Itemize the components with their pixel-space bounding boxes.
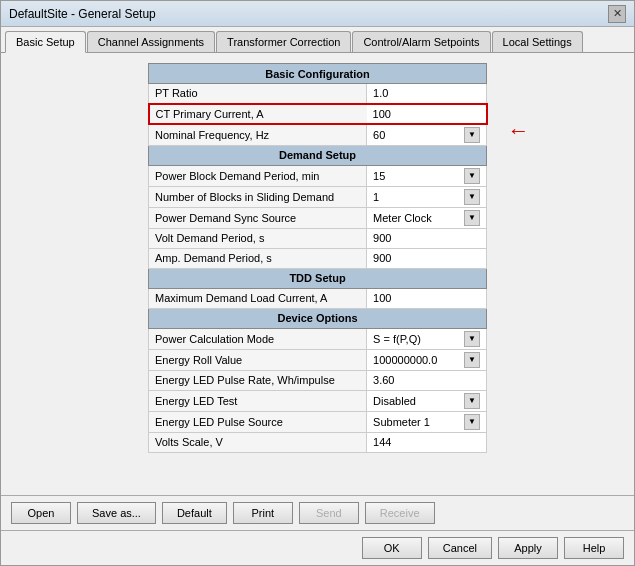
tab-transformer-correction[interactable]: Transformer Correction xyxy=(216,31,351,52)
close-button[interactable]: ✕ xyxy=(608,5,626,23)
apply-button[interactable]: Apply xyxy=(498,537,558,559)
save-as-button[interactable]: Save as... xyxy=(77,502,156,524)
title-bar: DefaultSite - General Setup ✕ xyxy=(1,1,634,27)
tabs-bar: Basic Setup Channel Assignments Transfor… xyxy=(1,27,634,53)
table-row: Energy LED Pulse Source Submeter 1 ▼ xyxy=(149,411,487,432)
bottom-buttons-bar: Open Save as... Default Print Send Recei… xyxy=(1,495,634,530)
dialog-footer: OK Cancel Apply Help xyxy=(1,530,634,565)
led-pulse-source-dropdown[interactable]: ▼ xyxy=(464,414,480,430)
help-button[interactable]: Help xyxy=(564,537,624,559)
section-tdd-setup: TDD Setup xyxy=(149,268,487,288)
table-row: PT Ratio 1.0 xyxy=(149,84,487,104)
sync-source-dropdown[interactable]: ▼ xyxy=(464,210,480,226)
cancel-button[interactable]: Cancel xyxy=(428,537,492,559)
print-button[interactable]: Print xyxy=(233,502,293,524)
table-row: Number of Blocks in Sliding Demand 1 ▼ xyxy=(149,186,487,207)
main-window: DefaultSite - General Setup ✕ Basic Setu… xyxy=(0,0,635,566)
section-demand-setup: Demand Setup xyxy=(149,145,487,165)
energy-led-test-dropdown[interactable]: ▼ xyxy=(464,393,480,409)
table-row: Maximum Demand Load Current, A 100 xyxy=(149,288,487,308)
table-row: Energy LED Test Disabled ▼ xyxy=(149,390,487,411)
table-row: Power Calculation Mode S = f(P,Q) ▼ xyxy=(149,328,487,349)
window-title: DefaultSite - General Setup xyxy=(9,7,156,21)
table-row: Volts Scale, V 144 xyxy=(149,432,487,452)
tab-basic-setup[interactable]: Basic Setup xyxy=(5,31,86,53)
default-button[interactable]: Default xyxy=(162,502,227,524)
tab-local-settings[interactable]: Local Settings xyxy=(492,31,583,52)
section-basic-config: Basic Configuration xyxy=(149,64,487,84)
table-row: Energy Roll Value 100000000.0 ▼ xyxy=(149,349,487,370)
config-table: Basic Configuration PT Ratio 1.0 CT Prim… xyxy=(148,63,488,453)
table-row: Power Block Demand Period, min 15 ▼ xyxy=(149,165,487,186)
tab-channel-assignments[interactable]: Channel Assignments xyxy=(87,31,215,52)
table-row: Volt Demand Period, s 900 xyxy=(149,228,487,248)
power-calc-dropdown[interactable]: ▼ xyxy=(464,331,480,347)
num-blocks-dropdown[interactable]: ▼ xyxy=(464,189,480,205)
table-row: Energy LED Pulse Rate, Wh/impulse 3.60 xyxy=(149,370,487,390)
send-button[interactable]: Send xyxy=(299,502,359,524)
open-button[interactable]: Open xyxy=(11,502,71,524)
tab-control-alarm-setpoints[interactable]: Control/Alarm Setpoints xyxy=(352,31,490,52)
table-row: Nominal Frequency, Hz 60 ▼ xyxy=(149,124,487,146)
power-block-dropdown[interactable]: ▼ xyxy=(464,168,480,184)
receive-button[interactable]: Receive xyxy=(365,502,435,524)
nominal-freq-dropdown[interactable]: ▼ xyxy=(464,127,480,143)
section-device-options: Device Options xyxy=(149,308,487,328)
content-area: Basic Configuration PT Ratio 1.0 CT Prim… xyxy=(1,53,634,495)
table-row: Power Demand Sync Source Meter Clock ▼ xyxy=(149,207,487,228)
ok-button[interactable]: OK xyxy=(362,537,422,559)
energy-roll-dropdown[interactable]: ▼ xyxy=(464,352,480,368)
ct-primary-row: CT Primary Current, A 100 xyxy=(149,104,487,124)
red-arrow-indicator: ← xyxy=(508,118,530,144)
table-row: Amp. Demand Period, s 900 xyxy=(149,248,487,268)
